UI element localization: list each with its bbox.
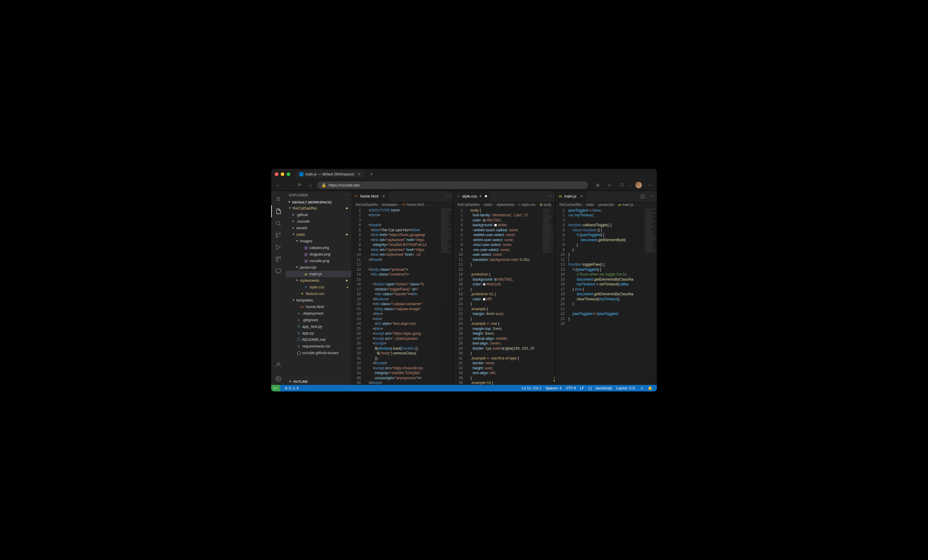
code-content[interactable]: pawToggled = false;var myTimeout; functi… — [568, 208, 644, 385]
breadcrumb[interactable]: theCatSaidNo ›templates ›<> home.html ›… — [351, 201, 453, 208]
minimap[interactable] — [542, 208, 555, 385]
settings-gear-icon[interactable] — [271, 373, 285, 385]
close-editor-icon[interactable]: ✕ — [580, 194, 583, 198]
tree-item-dogpaw-png[interactable]: ▧dogpaw.png — [285, 251, 351, 257]
profile-avatar[interactable] — [635, 182, 642, 188]
tree-item-main-js[interactable]: JSmain.js — [285, 271, 351, 277]
tree-item-requirements-txt[interactable]: ≡requirements.txt — [285, 343, 351, 350]
split-editor-icon[interactable]: ◫ — [638, 193, 647, 199]
forward-button[interactable]: → — [285, 181, 293, 189]
extensions-activity-icon[interactable] — [271, 253, 285, 265]
crumb-segment[interactable]: … — [428, 202, 431, 207]
new-tab-button[interactable]: + — [367, 172, 376, 177]
home-button[interactable]: ⌂ — [307, 181, 314, 189]
code-content[interactable]: body { font-family: 'Montserrat', 'Lato'… — [466, 208, 542, 385]
crumb-segment[interactable]: static — [586, 202, 594, 207]
crumb-segment[interactable]: JS main.js — [618, 202, 633, 207]
menu-icon[interactable]: ☰ — [271, 193, 285, 205]
accounts-icon[interactable] — [271, 359, 285, 371]
minimap[interactable] — [644, 208, 657, 385]
tree-item-app-test-py[interactable]: ⚲app_test.py — [285, 323, 351, 330]
crumb-segment[interactable]: stylesheets — [497, 202, 514, 207]
sidebar-more-icon[interactable]: ⋯ — [344, 193, 348, 197]
crumb-segment[interactable]: ⊞ body — [540, 202, 551, 207]
crumb-segment[interactable]: templates — [382, 202, 398, 207]
language-mode[interactable]: { } JavaScript — [586, 386, 614, 390]
editor-tab-main.js[interactable]: JSmain.js✕ — [555, 191, 586, 201]
tree-item-readme-md[interactable]: ⓘREADME.md — [285, 336, 351, 343]
maximize-window-button[interactable] — [287, 172, 290, 176]
minimize-window-button[interactable] — [281, 172, 284, 176]
search-icon[interactable] — [271, 217, 285, 229]
code-editor[interactable]: 123456789101112131415161718192021222324p… — [555, 208, 657, 385]
minimap[interactable] — [440, 208, 453, 385]
tree-item-style-css[interactable]: #style.css4 — [285, 284, 351, 291]
address-bar[interactable]: 🔒 https://vscode.dev — [317, 181, 588, 189]
eol[interactable]: LF — [578, 386, 586, 390]
tree-item-templates[interactable]: ▾templates — [285, 297, 351, 304]
tree-item-catpaw-png[interactable]: ▧catpaw.png — [285, 245, 351, 251]
page-icon[interactable]: 🗎 — [594, 181, 602, 189]
remote-explorer-icon[interactable] — [271, 265, 285, 277]
back-button[interactable]: ← — [274, 181, 282, 189]
line-gutter: 1234567891011121314151617181920212223242… — [351, 208, 365, 385]
close-tab-icon[interactable]: ✕ — [356, 172, 362, 176]
cursor-position[interactable]: Ln 11, Col 1 — [520, 386, 543, 390]
crumb-segment[interactable]: # style.css — [519, 202, 536, 207]
run-debug-icon[interactable] — [271, 241, 285, 253]
tree-item-home-html[interactable]: <>home.html — [285, 304, 351, 310]
tree-item-static[interactable]: ▾static — [285, 231, 351, 238]
problems-indicator[interactable]: ⊘0 ⚠4 — [282, 386, 301, 390]
tree-item-vscode-png[interactable]: ▧vscode.png — [285, 257, 351, 264]
tree-item-javascript[interactable]: ▾javascript — [285, 264, 351, 271]
explorer-icon[interactable] — [271, 205, 285, 217]
tree-item-label: README.md — [302, 337, 325, 342]
encoding[interactable]: UTF-8 — [563, 386, 578, 390]
tree-item-assets[interactable]: ▸assets — [285, 225, 351, 231]
code-content[interactable]: <!DOCTYPE html><html> <head> <title>The … — [365, 208, 440, 385]
remote-indicator[interactable] — [271, 385, 280, 391]
favorite-icon[interactable]: ✩ — [606, 181, 614, 189]
tree-item--gitignore[interactable]: ≡.gitignore — [285, 317, 351, 323]
reload-button[interactable]: ⟳ — [296, 181, 304, 189]
indentation[interactable]: Spaces: 4 — [543, 386, 563, 390]
editor-tab-home.html[interactable]: <>home.html✕ — [351, 191, 389, 201]
editor-more-icon[interactable]: ⋯ — [545, 193, 555, 199]
crumb-segment[interactable]: theCatSaidNo — [458, 202, 480, 207]
tree-item--deployment[interactable]: ≡.deployment — [285, 310, 351, 317]
close-editor-icon[interactable]: ✕ — [382, 194, 385, 198]
crumb-segment[interactable]: <> home.html — [402, 202, 424, 207]
workspace-section[interactable]: ▾ DEFAULT (WORKSPACE) — [285, 199, 351, 205]
tree-item-thecatsaidno[interactable]: ▾theCatSaidNo — [285, 205, 351, 212]
crumb-segment[interactable]: theCatSaidNo — [559, 202, 582, 207]
tree-item--github[interactable]: ▸.github — [285, 212, 351, 218]
crumb-segment[interactable]: static — [484, 202, 492, 207]
bell-icon[interactable]: 🔔 — [646, 386, 655, 390]
tree-item-app-py[interactable]: ⚲app.py — [285, 330, 351, 336]
tree-item--vscode[interactable]: ▸.vscode — [285, 218, 351, 225]
breadcrumb[interactable]: theCatSaidNo ›static ›javascript ›JS mai… — [555, 201, 657, 208]
code-editor[interactable]: 1234567891011121314151617181920212223242… — [453, 208, 555, 385]
outline-section[interactable]: ▸ OUTLINE — [285, 378, 351, 385]
crumb-segment[interactable]: theCatSaidNo — [356, 202, 378, 207]
editor-more-icon[interactable]: ⋯ — [647, 193, 657, 199]
source-control-icon[interactable] — [271, 229, 285, 241]
tree-item-images[interactable]: ▾images — [285, 238, 351, 245]
browser-tab[interactable]: main.js — default (Workspace) ✕ — [296, 170, 365, 178]
keyboard-layout[interactable]: Layout: U.S. — [614, 386, 638, 390]
feedback-icon[interactable]: ☺ — [638, 386, 646, 390]
tree-item-vscode-github-issues[interactable]: ◯vscode.github-issues — [285, 350, 351, 356]
tree-item-favicon-ico[interactable]: ✦favicon.ico — [285, 291, 351, 297]
editor-more-icon[interactable]: ⋯ — [443, 193, 453, 199]
more-menu-icon[interactable]: ⋯ — [646, 181, 654, 189]
close-window-button[interactable] — [275, 172, 278, 176]
extensions-icon[interactable]: ⬡ — [618, 181, 626, 189]
chevron-right-icon: ▸ — [292, 219, 295, 223]
code-editor[interactable]: 1234567891011121314151617181920212223242… — [351, 208, 453, 385]
editor-tab-style.css[interactable]: #style.css4 — [453, 191, 490, 201]
crumb-segment[interactable]: … — [638, 202, 641, 207]
breadcrumb[interactable]: theCatSaidNo ›static ›stylesheets ›# sty… — [453, 201, 555, 208]
tree-item-label: javascript — [300, 265, 316, 269]
tree-item-stylesheets[interactable]: ▾stylesheets — [285, 277, 351, 284]
crumb-segment[interactable]: javascript — [598, 202, 614, 207]
